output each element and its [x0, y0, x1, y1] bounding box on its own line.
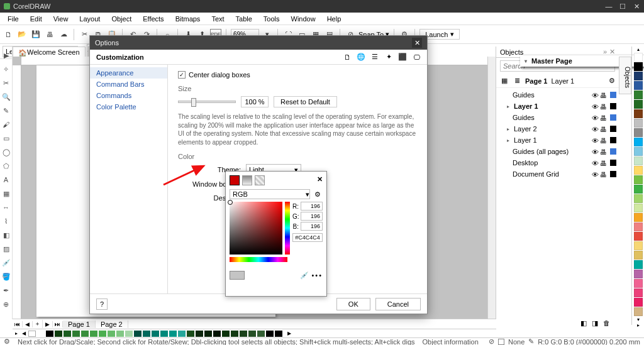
outline-pen-icon[interactable]: ✎: [528, 337, 534, 345]
freehand-tool-icon[interactable]: ✎: [1, 106, 11, 116]
palette-swatch[interactable]: [634, 81, 643, 90]
menu-file[interactable]: File: [3, 14, 24, 24]
palette-swatch[interactable]: [634, 251, 643, 260]
reset-default-button[interactable]: Reset to Default: [274, 96, 337, 107]
nav-prev-icon[interactable]: ◀: [23, 321, 33, 327]
palette-swatch[interactable]: [634, 128, 643, 137]
outline-tool-icon[interactable]: ✒: [1, 285, 11, 295]
docpal-swatch[interactable]: [99, 331, 106, 337]
node-docgrid[interactable]: Document Grid👁🖶: [496, 168, 619, 180]
nav-next-icon[interactable]: ▶: [43, 321, 53, 327]
cat-global-icon[interactable]: 🌐: [357, 53, 365, 62]
picker-close-icon[interactable]: ✕: [317, 175, 323, 185]
picker-settings-icon[interactable]: ⚙: [313, 189, 323, 199]
palette-swatch[interactable]: [634, 119, 643, 128]
artistic-media-icon[interactable]: 🖌: [1, 119, 11, 129]
palette-swatch[interactable]: [634, 279, 643, 288]
cancel-button[interactable]: Cancel: [375, 298, 421, 310]
palette-swatch[interactable]: [634, 147, 643, 156]
docpal-swatch[interactable]: [125, 331, 133, 337]
palette-down-icon[interactable]: ▾: [637, 317, 640, 322]
node-guides1[interactable]: Guides👁🖶: [496, 89, 619, 101]
save-icon[interactable]: 💾: [30, 29, 42, 40]
table-tool-icon[interactable]: ▦: [1, 189, 11, 199]
docpal-swatch[interactable]: [81, 331, 89, 337]
connector-tool-icon[interactable]: ⌇: [1, 216, 11, 226]
vertical-scrollbar[interactable]: [487, 57, 496, 320]
r-input[interactable]: 196: [301, 202, 323, 211]
open-icon[interactable]: 📂: [16, 29, 28, 40]
cat-workspace-icon[interactable]: ☰: [370, 53, 379, 62]
docpal-swatch[interactable]: [248, 331, 256, 337]
close-button[interactable]: ✕: [633, 3, 640, 11]
docker-tab-objects[interactable]: Objects: [619, 57, 631, 94]
palette-swatch[interactable]: [634, 288, 643, 297]
menu-window[interactable]: Window: [286, 14, 321, 24]
docpal-swatch[interactable]: [116, 331, 124, 337]
pick-tool-icon[interactable]: ▶: [1, 50, 11, 60]
picker-tab-solid[interactable]: [230, 175, 240, 185]
color-model-select[interactable]: RGB▾: [230, 189, 310, 199]
palette-swatch[interactable]: [634, 232, 643, 241]
ellipse-tool-icon[interactable]: ◯: [1, 147, 11, 157]
ok-button[interactable]: OK: [336, 298, 370, 310]
shape-tool-icon[interactable]: ✧: [1, 64, 11, 74]
docpal-swatch[interactable]: [152, 331, 159, 337]
color-gradient-canvas[interactable]: [230, 202, 282, 255]
docpal-swatch[interactable]: [64, 331, 71, 337]
eyedropper-tool-icon[interactable]: 💉: [1, 258, 11, 268]
palette-swatch[interactable]: [634, 156, 643, 165]
hue-slider[interactable]: [285, 202, 290, 255]
palette-swatch[interactable]: [634, 222, 643, 231]
docpal-swatch[interactable]: [240, 331, 247, 337]
palette-swatch[interactable]: [634, 204, 643, 212]
cat-custom-icon[interactable]: ⬛: [398, 53, 407, 62]
print-icon[interactable]: 🖶: [44, 29, 55, 40]
palette-swatch[interactable]: [634, 213, 643, 222]
docpal-swatch[interactable]: [187, 331, 194, 337]
docpal-swatch[interactable]: [169, 331, 177, 337]
g-input[interactable]: 196: [301, 212, 323, 221]
palette-swatch[interactable]: [634, 109, 643, 118]
node-guides2[interactable]: Guides👁🖶: [496, 112, 619, 123]
page-tab-2[interactable]: Page 2: [96, 320, 128, 328]
menu-text[interactable]: Text: [206, 14, 229, 24]
text-tool-icon[interactable]: A: [1, 175, 11, 185]
dialog-close-icon[interactable]: ✕: [412, 38, 422, 48]
sidebar-command-bars[interactable]: Command Bars: [90, 79, 167, 90]
docpal-swatch[interactable]: [222, 331, 230, 337]
scale-percent-input[interactable]: 100 %: [241, 96, 269, 107]
picker-tab-palette[interactable]: [255, 175, 265, 185]
b-input[interactable]: 196: [301, 222, 323, 231]
layers-view-icon[interactable]: ≣: [513, 77, 521, 85]
palette-swatch[interactable]: [634, 194, 643, 203]
docpal-swatch[interactable]: [134, 331, 142, 337]
docpal-swatch[interactable]: [213, 331, 221, 337]
palette-swatch[interactable]: [634, 90, 643, 99]
docpal-swatch[interactable]: [37, 331, 45, 337]
palette-swatch[interactable]: [634, 185, 643, 194]
palette-swatch[interactable]: [634, 241, 643, 250]
no-color-swatch[interactable]: [28, 331, 36, 337]
menu-bitmaps[interactable]: Bitmaps: [170, 14, 206, 24]
ruler-vertical[interactable]: [13, 65, 21, 320]
palette-swatch[interactable]: [634, 270, 643, 278]
page-tab-1[interactable]: Page 1: [63, 320, 96, 328]
center-dialog-checkbox[interactable]: ✓ Center dialog boxes: [178, 71, 417, 79]
menu-object[interactable]: Object: [106, 14, 136, 24]
maximize-button[interactable]: ☐: [619, 3, 626, 11]
node-layer2[interactable]: ▸Layer 2👁🖶: [496, 123, 619, 134]
palette-swatch[interactable]: [634, 72, 643, 80]
new-doc-icon[interactable]: 🗋: [3, 29, 14, 40]
sidebar-color-palette[interactable]: Color Palette: [90, 101, 167, 112]
more-options-icon[interactable]: •••: [311, 271, 323, 279]
new-master-layer-icon[interactable]: ◨: [592, 319, 598, 327]
help-button[interactable]: ?: [96, 298, 108, 310]
docpal-swatch[interactable]: [196, 331, 203, 337]
menu-help[interactable]: Help: [322, 14, 347, 24]
palette-flyout-icon[interactable]: ▸: [637, 322, 640, 328]
picker-tab-mixer[interactable]: [242, 175, 252, 185]
dimension-tool-icon[interactable]: ↔: [1, 202, 11, 212]
docpal-swatch[interactable]: [231, 331, 238, 337]
scale-slider[interactable]: [178, 101, 236, 103]
